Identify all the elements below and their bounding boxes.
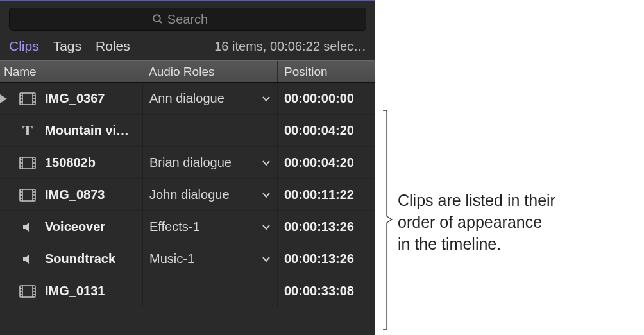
audio-role-cell[interactable]: Brian dialogue [142, 147, 278, 178]
table-row[interactable]: 150802bBrian dialogue00:00:04:20 [0, 147, 375, 179]
audio-role-cell [142, 275, 278, 307]
status-text: 16 items, 00:06:22 selec… [214, 39, 366, 54]
audio-role-cell[interactable]: Ann dialogue [142, 83, 278, 114]
audio-role-label: Ann dialogue [149, 91, 225, 106]
filmstrip-icon [19, 92, 36, 105]
position-cell: 00:00:00:00 [278, 83, 375, 114]
clip-name-cell: IMG_0367 [0, 83, 142, 114]
chevron-down-icon [262, 254, 271, 264]
speaker-icon [19, 253, 36, 265]
tab-tags[interactable]: Tags [53, 39, 81, 54]
column-header-name[interactable]: Name [0, 61, 142, 82]
audio-role-cell[interactable]: John dialogue [142, 179, 278, 210]
bracket-icon [382, 109, 393, 331]
tabs-row: Clips Tags Roles 16 items, 00:06:22 sele… [0, 35, 375, 60]
audio-role-label: Effects-1 [149, 219, 200, 234]
table-body: IMG_0367Ann dialogue00:00:00:00TMountain… [0, 83, 375, 335]
speaker-icon [19, 221, 36, 233]
audio-role-cell[interactable]: Effects-1 [142, 211, 278, 243]
position-cell: 00:00:11:22 [278, 179, 375, 210]
clip-name-cell: TMountain vi… [0, 115, 142, 146]
filmstrip-icon [19, 189, 36, 202]
table-row[interactable]: SoundtrackMusic-100:00:13:26 [0, 243, 375, 275]
audio-role-cell[interactable]: Music-1 [142, 243, 278, 275]
svg-line-1 [159, 21, 162, 23]
table-row[interactable]: IMG_0367Ann dialogue00:00:00:00 [0, 83, 375, 115]
clip-name: Soundtrack [45, 252, 115, 266]
clip-name-cell: IMG_0873 [0, 179, 142, 210]
audio-role-label: Music-1 [149, 252, 194, 266]
svg-point-0 [153, 15, 160, 22]
table-row[interactable]: IMG_0873John dialogue00:00:11:22 [0, 179, 375, 211]
audio-role-cell [142, 115, 278, 146]
clip-name-cell: Soundtrack [0, 243, 142, 275]
position-cell: 00:00:04:20 [278, 115, 375, 146]
clip-name: Mountain vi… [45, 123, 129, 138]
clip-name-cell: IMG_0131 [0, 275, 142, 307]
table-row[interactable]: IMG_013100:00:33:08 [0, 275, 375, 307]
annotation-pane: Clips are listed in theirorder of appear… [375, 0, 644, 335]
position-cell: 00:00:13:26 [278, 211, 375, 243]
search-icon [152, 13, 164, 28]
table-row[interactable]: VoiceoverEffects-100:00:13:26 [0, 211, 375, 243]
clip-name: IMG_0367 [45, 91, 105, 106]
position-cell: 00:00:04:20 [278, 147, 375, 178]
clips-panel: Clips Tags Roles 16 items, 00:06:22 sele… [0, 0, 375, 335]
position-cell: 00:00:33:08 [278, 275, 375, 307]
chevron-down-icon [262, 158, 271, 168]
chevron-down-icon [262, 190, 271, 200]
tab-roles[interactable]: Roles [96, 39, 130, 54]
column-header-audio-roles[interactable]: Audio Roles [142, 61, 278, 82]
clip-name: IMG_0131 [45, 284, 105, 298]
audio-role-label: Brian dialogue [149, 155, 232, 170]
filmstrip-icon [19, 157, 36, 169]
search-box[interactable] [9, 8, 366, 31]
annotation-text: Clips are listed in theirorder of appear… [398, 190, 555, 255]
column-header-position[interactable]: Position [278, 61, 375, 82]
search-input[interactable] [19, 12, 357, 27]
tab-clips[interactable]: Clips [9, 39, 39, 54]
clip-name-cell: 150802b [0, 147, 142, 178]
chevron-down-icon [262, 94, 271, 104]
audio-role-label: John dialogue [149, 187, 230, 202]
table-row[interactable]: TMountain vi…00:00:04:20 [0, 115, 375, 147]
clip-name-cell: Voiceover [0, 211, 142, 243]
table-header: Name Audio Roles Position [0, 60, 375, 83]
filmstrip-icon [19, 285, 36, 298]
clip-name: Voiceover [45, 219, 105, 234]
clip-name: 150802b [45, 155, 96, 170]
chevron-down-icon [262, 222, 271, 232]
search-row [0, 1, 375, 35]
position-cell: 00:00:13:26 [278, 243, 375, 275]
text-icon: T [19, 122, 36, 139]
clip-name: IMG_0873 [45, 187, 105, 202]
